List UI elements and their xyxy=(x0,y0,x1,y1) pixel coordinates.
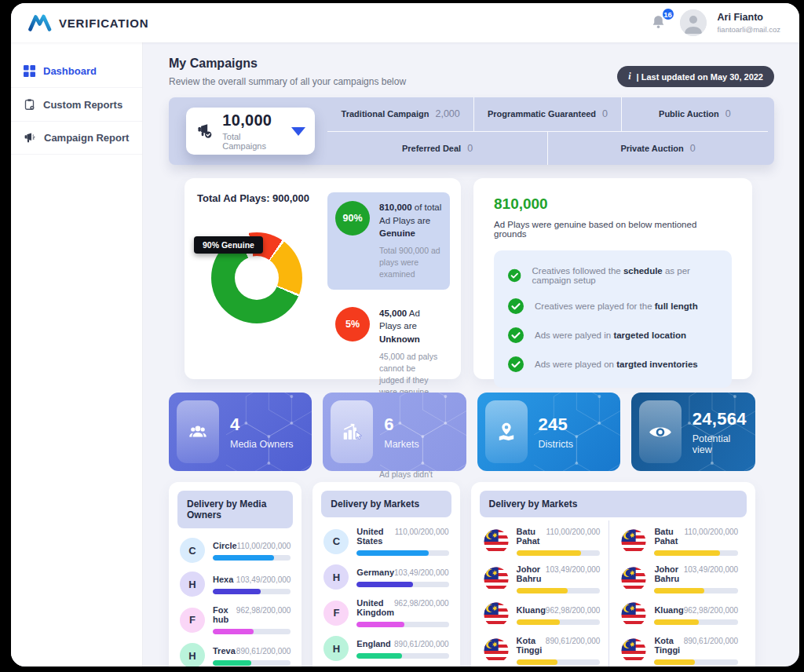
stat-value: 245 xyxy=(539,415,573,435)
sidebar: Dashboard Custom Reports xyxy=(11,42,143,667)
progress-track xyxy=(356,653,448,659)
malaysia-flag-icon xyxy=(621,602,646,627)
stat-label: Media Owners xyxy=(230,439,294,450)
malaysia-flag-icon xyxy=(484,529,509,554)
progress-fill xyxy=(654,659,694,665)
stat-card-markets: 6 Markets xyxy=(323,393,466,471)
progress-track xyxy=(654,588,738,593)
malaysia-flag-icon xyxy=(484,602,509,627)
progress-track xyxy=(517,550,601,556)
delivery-name: Batu Pahat xyxy=(654,527,684,546)
sidebar-item-dashboard[interactable]: Dashboard xyxy=(11,55,142,88)
malaysia-flag-icon xyxy=(484,567,509,592)
stat-card-media-owners: 4 Media Owners xyxy=(169,393,312,471)
delivery-row: Kluang 962,98/200,000 xyxy=(481,596,603,630)
delivery-value: 962,98/200,000 xyxy=(394,599,449,608)
delivery-row: H England 890,61/200,000 xyxy=(321,630,451,663)
legend-subtext: Total 900,000 ad plays were examined xyxy=(379,245,442,281)
stat-card-potential-view: 24,564 Potential view xyxy=(631,393,755,471)
progress-fill xyxy=(654,619,699,625)
progress-fill xyxy=(654,588,704,593)
delivery-row: F United Kingdom 962,98/200,000 xyxy=(321,592,451,630)
panel-title: Delivery by Markets xyxy=(480,491,747,517)
avatar: H xyxy=(180,643,205,667)
campaign-type-public-auction: Public Auction 0 xyxy=(621,97,768,131)
campaign-summary-bar: 10,000 Total Campaigns Traditional Campa… xyxy=(169,97,774,165)
stat-value: 24,564 xyxy=(693,409,747,429)
percentage-badge: 90% xyxy=(335,201,370,236)
delivery-value: 890,61/200,000 xyxy=(236,647,291,656)
check-text: Ads were played on targted inventories xyxy=(535,360,698,369)
sidebar-item-label: Dashboard xyxy=(43,65,97,77)
delivery-value: 962,98/200,000 xyxy=(236,606,291,615)
delivery-value: 103,49/200,000 xyxy=(546,565,601,574)
delivery-value: 890,61/200,000 xyxy=(394,640,449,648)
top-header: VERIFICATION 16 Ari Fianto fiantoarli@ma xyxy=(11,3,799,42)
progress-fill xyxy=(356,550,428,556)
campaign-type-programmatic-guaranteed: Programmatic Guaranteed 0 xyxy=(473,97,620,131)
delivery-name: Treva xyxy=(213,646,236,656)
total-campaigns-selector[interactable]: 10,000 Total Campaigns xyxy=(186,108,315,155)
progress-fill xyxy=(356,582,413,587)
sidebar-item-campaign-report[interactable]: Campaign Report xyxy=(11,122,142,155)
legend-subtext: 45,000 ad palys cannot be judged if they… xyxy=(379,351,442,399)
delivery-value: 890,61/200,000 xyxy=(546,637,601,645)
progress-track xyxy=(213,555,291,561)
dashboard-grid-icon xyxy=(24,65,35,77)
campaign-type-private-auction: Private Auction 0 xyxy=(547,132,768,166)
delivery-by-media-owners-panel: Delivery by Media Owners C Circle 110,00… xyxy=(169,482,302,667)
info-icon: i xyxy=(628,71,630,82)
legend-item-genuine[interactable]: 90% 810,000 of total Ad Plays are Genuin… xyxy=(327,192,450,290)
progress-track xyxy=(356,622,448,627)
stat-value: 4 xyxy=(230,415,294,435)
progress-track xyxy=(213,660,291,666)
avatar: F xyxy=(323,601,349,626)
legend-item-unknown[interactable]: 5% 45,000 Ad Plays are Unknown 45,000 ad… xyxy=(327,298,450,407)
delivery-name: England xyxy=(356,639,390,648)
delivery-name: Johor Bahru xyxy=(517,564,546,583)
custom-reports-icon xyxy=(24,98,35,111)
delivery-row: Johor Bahru 103,49/200,000 xyxy=(481,558,603,596)
progress-fill xyxy=(213,660,251,666)
people-icon xyxy=(177,400,219,463)
delivery-row: Kota Tinggi 890,61/200,000 xyxy=(481,630,603,667)
campaign-report-icon xyxy=(24,132,36,144)
delivery-name: Fox hub xyxy=(213,605,236,624)
check-item: Creatives followed the schedule as per c… xyxy=(508,266,718,285)
dropdown-triangle-icon[interactable] xyxy=(291,127,305,136)
delivery-by-markets-panel: Delivery by Markets C United States 110,… xyxy=(312,482,459,667)
malaysia-flag-icon xyxy=(621,567,646,592)
progress-fill xyxy=(213,629,254,634)
check-text: Ads were palyed in targeted location xyxy=(535,331,686,340)
avatar: C xyxy=(323,529,349,554)
percentage-badge: 5% xyxy=(335,307,370,341)
delivery-row: Kluang 962,98/200,000 xyxy=(619,596,740,630)
avatar: H xyxy=(323,636,349,661)
last-updated-badge: i | Last updated on May 30, 2022 xyxy=(617,66,774,87)
delivery-name: United States xyxy=(356,527,394,546)
check-text: Creatives followed the schedule as per c… xyxy=(532,266,718,285)
malaysia-flag-icon xyxy=(484,638,509,663)
delivery-value: 110,00/200,000 xyxy=(395,528,449,536)
notification-bell-button[interactable]: 16 xyxy=(650,13,669,33)
stat-label: Districts xyxy=(539,439,573,450)
total-campaigns-label: Total Campaigns xyxy=(222,132,280,151)
genuine-subtitle: Ad Plays were genuine based on below men… xyxy=(494,220,732,239)
avatar-person-icon xyxy=(680,9,707,36)
delivery-row: Johor Bahru 103,49/200,000 xyxy=(619,558,740,596)
sidebar-item-label: Custom Reports xyxy=(43,99,122,111)
legend-text: 45,000 Ad Plays are Unknown xyxy=(379,307,442,346)
malaysia-flag-icon xyxy=(621,529,646,554)
progress-fill xyxy=(517,588,568,593)
progress-track xyxy=(654,550,738,556)
delivery-row: F Fox hub 962,98/200,000 xyxy=(177,599,293,637)
brand-logo: VERIFICATION xyxy=(28,13,148,33)
delivery-name: Kota Tinggi xyxy=(654,636,683,655)
sidebar-item-custom-reports[interactable]: Custom Reports xyxy=(11,88,142,122)
user-avatar[interactable] xyxy=(680,9,707,36)
verification-logo-icon xyxy=(28,13,52,33)
delivery-row: C United States 110,00/200,000 xyxy=(321,520,451,558)
stat-label: Potential view xyxy=(693,433,747,455)
check-circle-icon xyxy=(508,356,524,372)
campaign-type-preferred-deal: Preferred Deal 0 xyxy=(327,132,547,166)
